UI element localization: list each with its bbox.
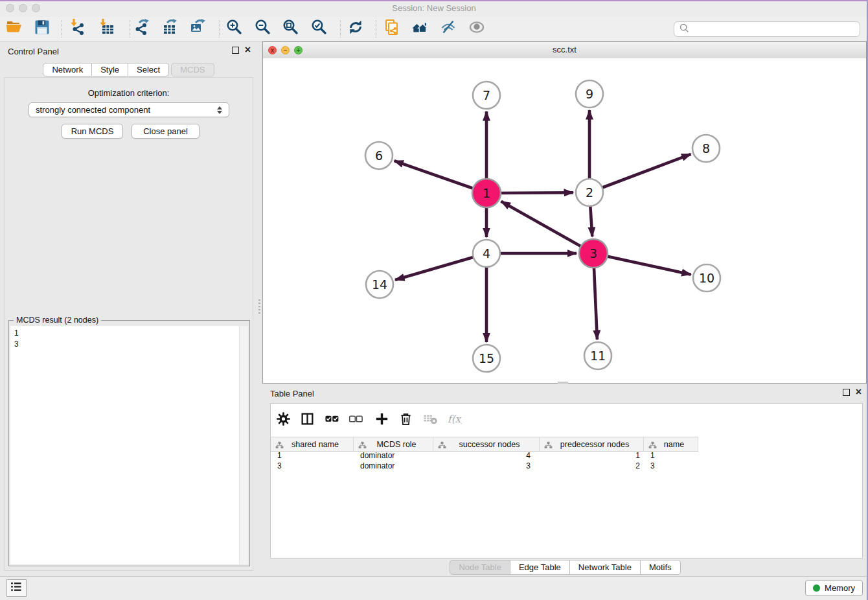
criterion-dropdown-value: strongly connected component (36, 105, 150, 115)
graph-node-9[interactable]: 9 (576, 80, 603, 108)
control-panel-tabs: NetworkStyleSelectMCDS (0, 63, 257, 76)
toolbar-separator (130, 20, 130, 38)
tab-motifs[interactable]: Motifs (641, 560, 681, 575)
graph-node-10[interactable]: 10 (693, 264, 720, 292)
table-row[interactable]: 1dominator411 (271, 451, 862, 461)
graph-node-3[interactable]: 3 (579, 239, 608, 268)
function-builder-icon: f(x) (447, 411, 462, 429)
delete-column-button[interactable] (396, 410, 415, 430)
add-column-icon (374, 411, 389, 429)
deselect-all-rows-icon (348, 411, 363, 429)
graph-node-label: 4 (483, 246, 490, 260)
network-close-icon[interactable]: x (268, 46, 277, 54)
table-cell: 3 (644, 461, 698, 472)
table-cell: dominator (354, 451, 433, 461)
search-input[interactable] (692, 24, 855, 34)
table-settings-icon (276, 411, 291, 429)
titlebar: Session: New Session (0, 1, 868, 17)
graph-node-15[interactable]: 15 (473, 345, 500, 372)
network-document-button[interactable] (380, 18, 404, 39)
column-header-shared-name[interactable]: shared name (271, 437, 354, 451)
add-column-button[interactable] (372, 410, 391, 430)
graph-node-14[interactable]: 14 (366, 271, 393, 298)
table-row[interactable]: 3dominator323 (271, 461, 862, 472)
export-image-button[interactable] (186, 18, 209, 39)
graph-node-label: 1 (483, 186, 490, 200)
hierarchy-icon (648, 440, 657, 452)
table-settings-button[interactable] (273, 410, 293, 430)
network-maximize-icon[interactable]: + (294, 46, 303, 54)
graph-node-8[interactable]: 8 (692, 135, 720, 162)
hide-panels-icon (439, 18, 457, 39)
show-panels-button[interactable] (465, 18, 488, 39)
graph-edge-2-8[interactable] (589, 154, 691, 192)
show-panels-icon (468, 18, 486, 39)
network-canvas[interactable]: 1234678910111415 (263, 58, 866, 383)
zoom-out-button[interactable] (251, 18, 275, 39)
tab-network[interactable]: Network (43, 63, 92, 76)
toolbar-separator (376, 20, 376, 38)
refresh-view-button[interactable] (344, 18, 367, 39)
toggle-columns-button[interactable] (297, 410, 317, 430)
tab-network-table[interactable]: Network Table (570, 560, 641, 575)
column-header-MCDS-role[interactable]: MCDS role (354, 437, 433, 451)
toolbar-separator (219, 20, 220, 38)
result-line: 3 (14, 339, 244, 350)
deselect-all-rows-button[interactable] (346, 410, 365, 430)
network-window-title: scc.txt (263, 42, 866, 58)
tab-mcds[interactable]: MCDS (171, 63, 214, 76)
network-minimize-icon[interactable]: – (281, 46, 290, 54)
zoom-in-button[interactable] (223, 18, 246, 39)
import-table-icon (98, 18, 117, 39)
open-file-button[interactable] (3, 18, 26, 39)
zoom-selected-button[interactable] (308, 18, 331, 39)
mcds-tab-content: Optimization criterion: strongly connect… (4, 77, 253, 571)
graph-node-2[interactable]: 2 (576, 179, 603, 206)
save-session-button[interactable] (30, 18, 54, 39)
table-header-row: shared nameMCDS rolesuccessor nodesprede… (271, 437, 698, 452)
column-header-name[interactable]: name (644, 437, 698, 451)
float-panel-icon[interactable] (232, 47, 239, 54)
graph-edge-3-1[interactable] (501, 202, 593, 253)
tab-style[interactable]: Style (92, 63, 128, 76)
graph-node-1[interactable]: 1 (472, 179, 501, 207)
graph-node-label: 8 (702, 141, 710, 156)
list-icon (10, 580, 23, 596)
graph-node-7[interactable]: 7 (473, 82, 500, 109)
import-network-button[interactable] (67, 18, 90, 39)
network-window-titlebar[interactable]: x – + scc.txt (263, 42, 866, 59)
column-header-successor-nodes[interactable]: successor nodes (433, 437, 540, 451)
result-scrollbar[interactable] (239, 326, 248, 564)
memory-button[interactable]: Memory (805, 580, 863, 596)
table-cell: 3 (433, 461, 540, 472)
mcds-result-text[interactable]: 13 (10, 326, 248, 564)
function-builder-button: f(x) (444, 410, 464, 430)
table-cell: dominator (354, 461, 433, 472)
hierarchy-icon (544, 440, 553, 452)
home-view-button[interactable] (408, 18, 431, 39)
graph-node-label: 2 (586, 185, 593, 200)
tab-edge-table[interactable]: Edge Table (510, 560, 570, 575)
tab-select[interactable]: Select (128, 63, 169, 76)
close-panel-button[interactable]: Close panel (131, 124, 200, 139)
select-all-rows-button[interactable] (322, 410, 341, 430)
zoom-fit-button[interactable] (279, 18, 303, 39)
graph-node-label: 7 (483, 88, 490, 102)
tab-node-table[interactable]: Node Table (450, 560, 510, 575)
panel-splitter[interactable] (257, 41, 262, 577)
close-panel-icon[interactable]: × (245, 46, 251, 54)
column-header-predecessor-nodes[interactable]: predecessor nodes (540, 437, 644, 451)
close-table-panel-icon[interactable]: × (856, 388, 862, 396)
import-table-button[interactable] (96, 18, 119, 39)
task-history-button[interactable] (6, 579, 27, 597)
graph-node-4[interactable]: 4 (473, 240, 500, 267)
search-field[interactable] (674, 21, 860, 37)
hide-panels-button[interactable] (437, 18, 460, 39)
export-table-button[interactable] (157, 18, 181, 39)
export-network-button[interactable] (130, 18, 153, 39)
float-table-panel-icon[interactable] (843, 389, 850, 396)
graph-node-6[interactable]: 6 (365, 142, 393, 169)
run-mcds-button[interactable]: Run MCDS (62, 124, 123, 139)
graph-node-11[interactable]: 11 (584, 342, 611, 369)
criterion-dropdown[interactable]: strongly connected component (29, 102, 229, 117)
